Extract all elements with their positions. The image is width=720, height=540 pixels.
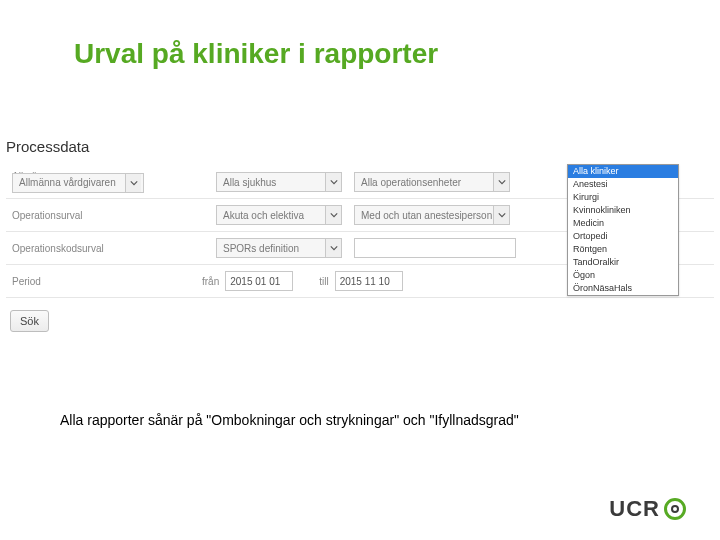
slide-footnote: Alla rapporter sånär på "Ombokningar och… <box>60 412 519 428</box>
select-spor-definition[interactable]: SPORs definition <box>216 238 342 258</box>
select-anestesiperson[interactable]: Med och utan anestesiperson <box>354 205 510 225</box>
select-operationsenheter-value: Alla operationsenheter <box>355 177 493 188</box>
kliniker-option[interactable]: Medicin <box>568 217 678 230</box>
kliniker-option[interactable]: Ögon <box>568 269 678 282</box>
opkod-text-input[interactable] <box>354 238 516 258</box>
select-akuta-elektiva[interactable]: Akuta och elektiva <box>216 205 342 225</box>
chevron-down-icon <box>493 173 509 191</box>
label-opkodsurval: Operationskodsurval <box>6 243 106 254</box>
label-to: till <box>319 276 328 287</box>
chevron-down-icon <box>493 206 509 224</box>
kliniker-option[interactable]: Kirurgi <box>568 191 678 204</box>
kliniker-option[interactable]: Röntgen <box>568 243 678 256</box>
select-spor-definition-value: SPORs definition <box>217 243 325 254</box>
kliniker-option[interactable]: Alla kliniker <box>568 165 678 178</box>
label-operationsurval: Operationsurval <box>6 210 106 221</box>
chevron-down-icon <box>125 174 141 192</box>
kliniker-option[interactable]: Ortopedi <box>568 230 678 243</box>
sok-button[interactable]: Sök <box>10 310 49 332</box>
chevron-down-icon <box>325 239 341 257</box>
ucr-logo: UCR <box>609 496 686 522</box>
chevron-down-icon <box>325 206 341 224</box>
kliniker-option[interactable]: Kvinnokliniken <box>568 204 678 217</box>
select-akuta-elektiva-value: Akuta och elektiva <box>217 210 325 221</box>
select-vardgivare[interactable]: Allmänna vårdgivaren <box>12 173 144 193</box>
date-to-input[interactable] <box>335 271 403 291</box>
label-period: Period <box>6 276 106 287</box>
section-heading-processdata: Processdata <box>6 138 89 155</box>
date-from-input[interactable] <box>225 271 293 291</box>
select-anestesiperson-value: Med och utan anestesiperson <box>355 210 493 221</box>
select-sjukhus[interactable]: Alla sjukhus <box>216 172 342 192</box>
kliniker-dropdown[interactable]: Alla klinikerAnestesiKirurgiKvinnoklinik… <box>567 164 679 296</box>
kliniker-option[interactable]: TandOralkir <box>568 256 678 269</box>
kliniker-option[interactable]: ÖronNäsaHals <box>568 282 678 295</box>
slide-title: Urval på kliniker i rapporter <box>74 38 438 70</box>
select-vardgivare-value: Allmänna vårdgivaren <box>13 177 125 188</box>
kliniker-option[interactable]: Anestesi <box>568 178 678 191</box>
label-from: från <box>202 276 219 287</box>
chevron-down-icon <box>325 173 341 191</box>
select-sjukhus-value: Alla sjukhus <box>217 177 325 188</box>
ucr-logo-text: UCR <box>609 496 660 522</box>
ucr-logo-mark-icon <box>664 498 686 520</box>
select-operationsenheter[interactable]: Alla operationsenheter <box>354 172 510 192</box>
